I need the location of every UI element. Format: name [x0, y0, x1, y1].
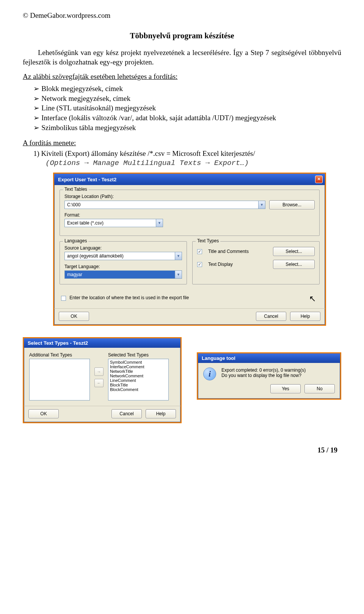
dialog-title: Language tool [202, 355, 235, 361]
checkbox-enter-location[interactable] [61, 296, 66, 301]
select-text-types-dialog: Select Text Types - Teszt2 Additional Te… [23, 337, 182, 423]
target-language-combo[interactable]: magyar ▼ [64, 270, 182, 279]
cancel-button[interactable]: Cancel [256, 312, 286, 321]
move-left-button[interactable]: ← [94, 379, 104, 387]
cursor-arrow-icon: ↖ [309, 294, 316, 304]
dialog-title: Export User Text - Teszt2 [58, 177, 116, 182]
help-button[interactable]: Help [146, 409, 176, 418]
field-label: Storage Location (Path): [64, 194, 315, 199]
chevron-down-icon[interactable]: ▼ [175, 271, 182, 278]
procedure-step: 1) Kiviteli (Export) állomány készítése … [33, 149, 341, 159]
field-label: Target Language: [64, 264, 182, 269]
group-title: Text Types [196, 238, 220, 243]
list-item: Line (STL utasításoknál) megjegyzések [33, 103, 341, 113]
storage-path-combo[interactable]: C:\000 ▼ [64, 201, 265, 209]
list-item: Interface (lokális változók /var/, adat … [33, 113, 341, 123]
checkbox-text-display[interactable]: ✓ [197, 262, 202, 267]
combo-value: Excel table (*.csv) [65, 219, 156, 227]
close-icon[interactable]: × [315, 176, 323, 183]
yes-button[interactable]: Yes [270, 384, 301, 393]
list-item[interactable]: NetworkComment [110, 374, 167, 378]
no-button[interactable]: No [304, 384, 335, 393]
list-intro: Az alábbi szövegfajták esetében lehetség… [23, 72, 341, 82]
browse-button[interactable]: Browse... [269, 200, 315, 209]
info-icon: i [203, 367, 216, 380]
list-item[interactable]: SymbolComment [110, 360, 167, 364]
checkbox-label: Enter the location of where the text is … [69, 295, 189, 300]
column-header: Selected Text Types [108, 352, 169, 358]
checkbox-title-comments[interactable]: ✓ [197, 249, 202, 254]
field-label: Format: [64, 212, 315, 218]
group-title: Languages [63, 238, 88, 243]
list-item[interactable]: LineComment [110, 378, 167, 383]
checkbox-label: Title and Comments [208, 249, 269, 254]
move-right-button[interactable]: → [94, 367, 104, 376]
combo-value: C:\000 [65, 201, 258, 209]
column-header: Additional Text Types [29, 352, 90, 358]
page-title: Többnyelvű program készítése [23, 31, 341, 41]
group-title: Text Tables [63, 187, 89, 192]
select-button[interactable]: Select... [273, 260, 315, 269]
list-item[interactable]: BlockTitle [110, 383, 167, 387]
source-language-combo[interactable]: angol (egyesült államokbeli) ▼ [64, 252, 182, 260]
bullet-list: Blokk megjegyzések, címek Network megjeg… [23, 84, 341, 132]
help-button[interactable]: Help [290, 312, 320, 321]
page-header: © DemeGabor.wordpress.com [23, 11, 341, 20]
cancel-button[interactable]: Cancel [111, 409, 142, 418]
chevron-down-icon[interactable]: ▼ [175, 252, 182, 260]
field-label: Source Language: [64, 245, 182, 251]
ok-button[interactable]: OK [59, 312, 89, 321]
checkbox-label: Text Display [208, 262, 269, 267]
page-number: 15 / 19 [23, 446, 341, 454]
message-text: Do you want to display the log file now? [221, 373, 335, 378]
dialog-title: Select Text Types - Teszt2 [28, 340, 88, 346]
procedure-path: (Options → Manage Multilingual Texts → E… [33, 159, 341, 168]
select-button[interactable]: Select... [273, 247, 315, 256]
language-tool-dialog: Language tool i Export completed: 0 erro… [197, 352, 341, 400]
list-item: Network megjegyzések, címek [33, 94, 341, 104]
additional-types-listbox[interactable] [29, 359, 90, 400]
list-item: Blokk megjegyzések, címek [33, 84, 341, 94]
message-text: Export completed: 0 error(s), 0 warning(… [221, 367, 335, 373]
list-item[interactable]: NetworkTitle [110, 369, 167, 374]
list-item[interactable]: BlockComment [110, 387, 167, 392]
list-item: Szimbolikus tábla megjegyzések [33, 123, 341, 133]
combo-value: angol (egyesült államokbeli) [65, 252, 175, 260]
chevron-down-icon[interactable]: ▼ [258, 201, 265, 209]
chevron-down-icon[interactable]: ▼ [156, 219, 163, 227]
intro-paragraph: Lehetőségünk van egy kész projekt nyelve… [23, 48, 341, 67]
list-item[interactable]: InterfaceComment [110, 364, 167, 369]
format-combo[interactable]: Excel table (*.csv) ▼ [64, 219, 163, 227]
procedure-label: A fordítás menete: [23, 138, 341, 148]
selected-types-listbox[interactable]: SymbolComment InterfaceComment NetworkTi… [108, 359, 169, 400]
export-dialog: Export User Text - Teszt2 × Text Tables … [53, 173, 326, 325]
combo-value: magyar [65, 271, 175, 278]
ok-button[interactable]: OK [28, 409, 59, 418]
